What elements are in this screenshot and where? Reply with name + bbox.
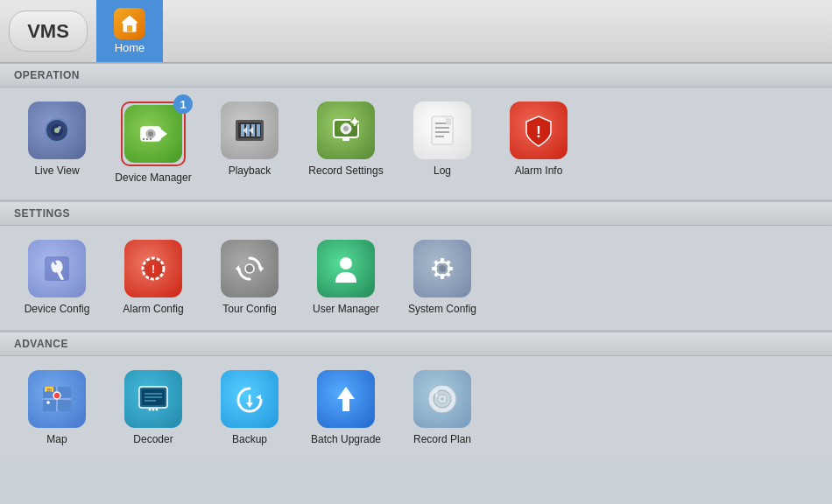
alarm-info-label: Alarm Info (515, 164, 563, 178)
alarm-config-icon: ! (124, 240, 182, 298)
svg-point-47 (245, 264, 254, 273)
top-bar: VMS Home (0, 0, 832, 63)
svg-rect-53 (432, 267, 437, 270)
backup-icon (221, 370, 279, 428)
svg-point-25 (343, 126, 349, 131)
svg-rect-26 (342, 137, 349, 141)
svg-text:20: 20 (46, 388, 52, 393)
vms-logo: VMS (9, 10, 88, 52)
record-plan-item[interactable]: Record Plan (403, 370, 482, 447)
svg-point-62 (53, 392, 60, 399)
user-manager-icon (317, 240, 375, 298)
live-view-item[interactable]: Live View (18, 102, 96, 178)
live-view-icon (28, 102, 86, 159)
record-plan-icon (413, 370, 471, 428)
svg-marker-45 (260, 265, 264, 272)
map-item[interactable]: 20 Map (18, 370, 96, 447)
svg-rect-52 (441, 274, 444, 279)
tour-config-item[interactable]: Tour Config (210, 240, 289, 317)
map-label: Map (46, 433, 67, 447)
advance-grid: 20 Map Decoder (0, 356, 832, 461)
device-config-label: Device Config (25, 303, 90, 317)
svg-point-9 (148, 131, 153, 136)
playback-icon (221, 102, 279, 159)
svg-point-48 (340, 257, 352, 270)
batch-upgrade-item[interactable]: Batch Upgrade (307, 370, 385, 447)
live-view-label: Live View (34, 164, 79, 178)
batch-upgrade-icon (317, 370, 375, 428)
svg-point-73 (152, 409, 155, 411)
log-icon (413, 102, 471, 159)
svg-rect-1 (127, 25, 132, 32)
svg-point-11 (143, 138, 145, 140)
svg-text:!: ! (536, 123, 541, 141)
backup-label: Backup (232, 433, 267, 447)
decoder-icon (124, 370, 182, 428)
home-label: Home (115, 41, 145, 54)
svg-text:!: ! (152, 263, 155, 276)
settings-grid: Device Config ! Alarm Config (0, 226, 832, 332)
alarm-info-icon: ! (510, 102, 568, 159)
svg-rect-51 (441, 258, 444, 263)
svg-point-12 (146, 138, 148, 140)
record-plan-label: Record Plan (413, 433, 471, 447)
system-config-item[interactable]: System Config (403, 240, 482, 317)
settings-header: SETTINGS (0, 201, 832, 226)
operation-grid: Live View 1 (0, 88, 832, 201)
svg-marker-46 (236, 265, 239, 272)
alarm-config-label: Alarm Config (123, 303, 183, 317)
log-item[interactable]: Log (403, 102, 482, 178)
tour-config-label: Tour Config (222, 303, 276, 317)
decoder-item[interactable]: Decoder (114, 370, 193, 447)
playback-item[interactable]: Playback (210, 102, 289, 178)
device-config-icon (28, 240, 86, 298)
map-icon: 20 (28, 370, 86, 428)
home-icon (114, 8, 145, 39)
record-settings-label: Record Settings (308, 164, 383, 178)
svg-rect-54 (448, 267, 453, 270)
svg-point-50 (439, 265, 446, 272)
decoder-label: Decoder (133, 433, 173, 447)
user-manager-item[interactable]: User Manager (307, 240, 385, 317)
system-config-label: System Config (408, 303, 476, 317)
backup-item[interactable]: Backup (210, 370, 289, 447)
batch-upgrade-label: Batch Upgrade (311, 433, 381, 447)
operation-header: OPERATION (0, 63, 832, 88)
svg-marker-75 (256, 395, 261, 400)
user-manager-label: User Manager (313, 303, 379, 317)
svg-marker-78 (337, 387, 355, 411)
svg-point-5 (58, 126, 61, 130)
svg-point-28 (352, 119, 357, 124)
svg-rect-19 (257, 124, 260, 136)
alarm-info-item[interactable]: ! Alarm Info (499, 102, 578, 178)
device-manager-label: Device Manager (115, 172, 191, 186)
system-config-icon (413, 240, 471, 298)
playback-label: Playback (229, 164, 271, 178)
svg-marker-10 (160, 129, 167, 139)
home-tab[interactable]: Home (96, 0, 163, 62)
svg-rect-38 (446, 118, 451, 125)
device-manager-badge: 1 (173, 94, 193, 114)
log-label: Log (434, 164, 451, 178)
tour-config-icon (221, 240, 279, 298)
device-config-item[interactable]: Device Config (18, 240, 96, 317)
device-manager-icon (124, 105, 182, 163)
svg-point-13 (150, 138, 152, 140)
advance-header: ADVANCE (0, 332, 832, 356)
svg-marker-77 (246, 402, 253, 408)
record-settings-item[interactable]: Record Settings (307, 102, 385, 178)
record-settings-icon (317, 102, 375, 159)
alarm-config-item[interactable]: ! Alarm Config (114, 240, 193, 317)
svg-point-74 (156, 409, 159, 411)
svg-point-72 (149, 409, 152, 411)
device-manager-item[interactable]: 1 Device Manager (114, 102, 193, 186)
svg-point-82 (441, 397, 444, 401)
